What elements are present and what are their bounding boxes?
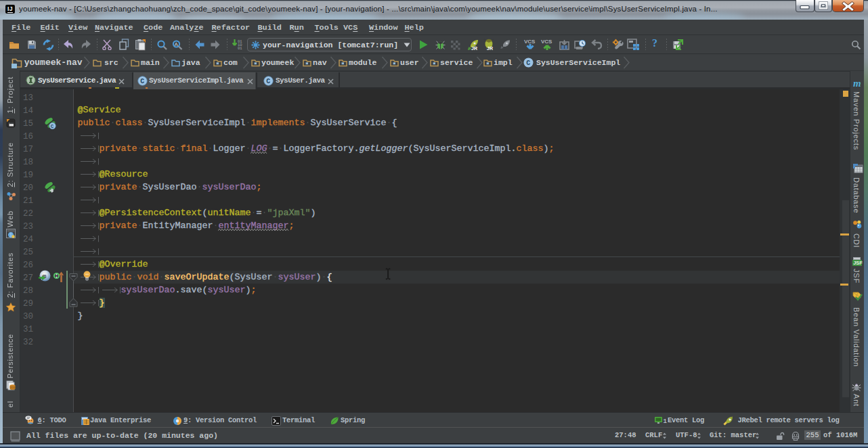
svg-text:01: 01 <box>238 46 242 51</box>
svg-text:A: A <box>175 41 179 47</box>
svg-text:JR: JR <box>471 46 477 51</box>
svg-text:VCS: VCS <box>524 39 536 45</box>
svg-text:VCS: VCS <box>541 39 552 45</box>
svg-text:C: C <box>526 60 530 67</box>
svg-text:JSF: JSF <box>853 261 863 267</box>
svg-text:JR: JR <box>487 46 493 51</box>
svg-text:C: C <box>266 78 270 85</box>
svg-text:C: C <box>51 124 54 129</box>
svg-text:C: C <box>140 78 144 85</box>
